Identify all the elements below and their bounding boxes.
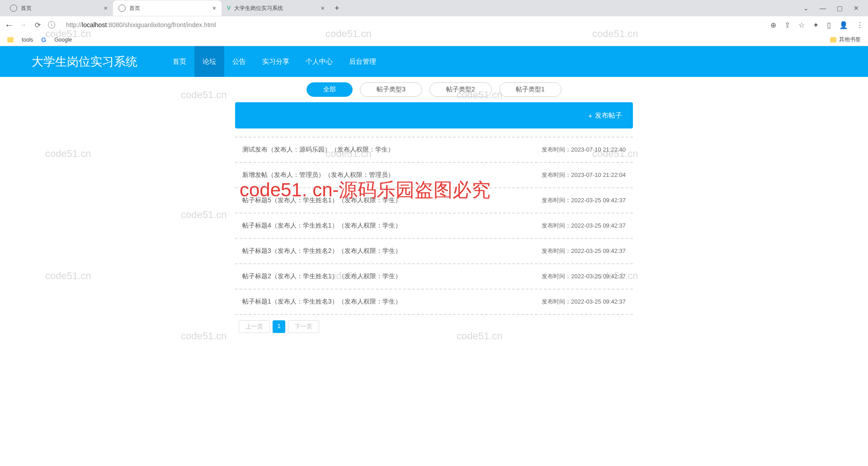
filter-tabs: 全部帖子类型3帖子类型2帖子类型1 bbox=[235, 82, 633, 97]
maximize-icon[interactable]: ▢ bbox=[837, 5, 843, 12]
tab-title: 首页 bbox=[129, 5, 209, 12]
browser-tab[interactable]: 首页 × bbox=[5, 0, 113, 16]
minimize-icon[interactable]: — bbox=[820, 5, 826, 12]
post-row[interactable]: 帖子标题5（发布人：学生姓名1）（发布人权限：学生）发布时间：2022-03-2… bbox=[235, 188, 633, 214]
app-body: 大学生岗位实习系统 首页论坛公告实习分享个人中心后台管理 全部帖子类型3帖子类型… bbox=[0, 46, 868, 466]
tab-title: 首页 bbox=[21, 5, 100, 12]
post-row[interactable]: 新增发帖（发布人：管理员）（发布人权限：管理员）发布时间：2023-07-10 … bbox=[235, 163, 633, 188]
address-bar[interactable]: http://localhost:8080/shixiguanlixitong/… bbox=[61, 18, 764, 32]
post-title: 帖子标题3（发布人：学生姓名2）（发布人权限：学生） bbox=[242, 247, 401, 255]
browser-chrome: 首页 × 首页 × V 大学生岗位实习系统 × + ⌄ — ▢ ✕ ← → ⟳ … bbox=[0, 0, 868, 46]
top-nav: 大学生岗位实习系统 首页论坛公告实习分享个人中心后台管理 bbox=[0, 46, 868, 77]
browser-tab[interactable]: V 大学生岗位实习系统 × bbox=[222, 0, 330, 16]
nav-link-1[interactable]: 论坛 bbox=[194, 46, 224, 77]
page-number[interactable]: 1 bbox=[273, 320, 285, 333]
tab-title: 大学生岗位实习系统 bbox=[234, 5, 317, 12]
post-time: 发布时间：2022-03-25 09:42:37 bbox=[542, 222, 626, 230]
post-row[interactable]: 测试发布（发布人：源码乐园）（发布人权限：学生）发布时间：2023-07-10 … bbox=[235, 137, 633, 163]
url-text: http://localhost:8080/shixiguanlixitong/… bbox=[66, 21, 216, 29]
close-window-icon[interactable]: ✕ bbox=[854, 5, 859, 12]
close-icon[interactable]: × bbox=[104, 5, 108, 12]
window-controls: ⌄ — ▢ ✕ bbox=[803, 5, 868, 12]
bookmarks-bar: tools G Google 其他书签 bbox=[0, 33, 868, 46]
post-title: 帖子标题5（发布人：学生姓名1）（发布人权限：学生） bbox=[242, 196, 401, 204]
folder-icon bbox=[830, 37, 836, 43]
post-time: 发布时间：2022-03-25 09:42:37 bbox=[542, 196, 626, 204]
globe-icon bbox=[10, 5, 17, 12]
globe-icon bbox=[118, 5, 126, 12]
post-time: 发布时间：2022-03-25 09:42:37 bbox=[542, 247, 626, 255]
side-panel-icon[interactable]: ▯ bbox=[827, 21, 831, 29]
pagination: 上一页 1 下一页 bbox=[235, 320, 633, 333]
forward-button[interactable]: → bbox=[19, 21, 27, 29]
filter-tab-3[interactable]: 帖子类型1 bbox=[499, 82, 561, 97]
bookmark-google[interactable]: Google bbox=[54, 37, 72, 43]
post-time: 发布时间：2023-07-10 21:22:40 bbox=[542, 146, 626, 154]
post-list: 测试发布（发布人：源码乐园）（发布人权限：学生）发布时间：2023-07-10 … bbox=[235, 137, 633, 315]
watermark: code51.cn bbox=[181, 209, 227, 221]
filter-tab-2[interactable]: 帖子类型2 bbox=[429, 82, 492, 97]
plus-icon: + bbox=[588, 112, 592, 119]
new-post-button[interactable]: + 发布帖子 bbox=[588, 111, 622, 120]
post-row[interactable]: 帖子标题4（发布人：学生姓名1）（发布人权限：学生）发布时间：2022-03-2… bbox=[235, 214, 633, 239]
close-icon[interactable]: × bbox=[212, 5, 216, 12]
post-row[interactable]: 帖子标题2（发布人：学生姓名1）（发布人权限：学生）发布时间：2022-03-2… bbox=[235, 264, 633, 290]
profile-icon[interactable]: 👤 bbox=[839, 21, 848, 29]
post-time: 发布时间：2023-07-10 21:22:04 bbox=[542, 171, 626, 179]
post-time: 发布时间：2022-03-25 09:42:37 bbox=[542, 272, 626, 281]
post-title: 测试发布（发布人：源码乐园）（发布人权限：学生） bbox=[242, 146, 394, 154]
post-title: 帖子标题2（发布人：学生姓名1）（发布人权限：学生） bbox=[242, 272, 401, 281]
post-row[interactable]: 帖子标题1（发布人：学生姓名3）（发布人权限：学生）发布时间：2022-03-2… bbox=[235, 290, 633, 315]
google-icon: G bbox=[41, 36, 46, 43]
star-icon[interactable]: ☆ bbox=[798, 21, 805, 29]
filter-tab-1[interactable]: 帖子类型3 bbox=[360, 82, 422, 97]
close-icon[interactable]: × bbox=[321, 5, 325, 12]
vue-icon: V bbox=[227, 5, 231, 11]
post-row[interactable]: 帖子标题3（发布人：学生姓名2）（发布人权限：学生）发布时间：2022-03-2… bbox=[235, 239, 633, 264]
reload-button[interactable]: ⟳ bbox=[33, 21, 42, 29]
watermark: code51.cn bbox=[45, 148, 91, 160]
back-button[interactable]: ← bbox=[5, 20, 13, 30]
prev-page-button[interactable]: 上一页 bbox=[239, 320, 270, 333]
main-content: 全部帖子类型3帖子类型2帖子类型1 + 发布帖子 测试发布（发布人：源码乐园）（… bbox=[235, 82, 633, 333]
folder-icon bbox=[7, 37, 14, 43]
chevron-down-icon[interactable]: ⌄ bbox=[803, 5, 809, 12]
menu-icon[interactable]: ⋮ bbox=[856, 21, 863, 29]
tab-strip: 首页 × 首页 × V 大学生岗位实习系统 × + ⌄ — ▢ ✕ bbox=[0, 0, 868, 16]
browser-tab[interactable]: 首页 × bbox=[113, 0, 222, 16]
nav-link-0[interactable]: 首页 bbox=[165, 46, 194, 77]
action-bar: + 发布帖子 bbox=[235, 102, 633, 128]
next-page-button[interactable]: 下一页 bbox=[288, 320, 319, 333]
nav-link-2[interactable]: 公告 bbox=[224, 46, 254, 77]
zoom-icon[interactable]: ⊕ bbox=[770, 21, 776, 29]
nav-link-5[interactable]: 后台管理 bbox=[341, 46, 384, 77]
post-time: 发布时间：2022-03-25 09:42:37 bbox=[542, 298, 626, 306]
extensions-icon[interactable]: ✦ bbox=[813, 21, 819, 29]
bookmark-tools[interactable]: tools bbox=[22, 37, 33, 43]
share-icon[interactable]: ⇪ bbox=[784, 21, 790, 29]
watermark: code51.cn bbox=[181, 330, 227, 342]
new-tab-button[interactable]: + bbox=[330, 4, 344, 13]
brand-title: 大学生岗位实习系统 bbox=[32, 54, 137, 70]
browser-toolbar: ← → ⟳ i http://localhost:8080/shixiguanl… bbox=[0, 16, 868, 33]
watermark: code51.cn bbox=[181, 89, 227, 101]
watermark: code51.cn bbox=[45, 270, 91, 282]
post-title: 帖子标题1（发布人：学生姓名3）（发布人权限：学生） bbox=[242, 298, 401, 306]
post-title: 新增发帖（发布人：管理员）（发布人权限：管理员） bbox=[242, 171, 394, 179]
nav-link-4[interactable]: 个人中心 bbox=[297, 46, 341, 77]
nav-link-3[interactable]: 实习分享 bbox=[254, 46, 297, 77]
post-title: 帖子标题4（发布人：学生姓名1）（发布人权限：学生） bbox=[242, 222, 401, 230]
new-post-label: 发布帖子 bbox=[595, 111, 622, 120]
filter-tab-0[interactable]: 全部 bbox=[307, 82, 353, 97]
bookmark-other[interactable]: 其他书签 bbox=[839, 36, 861, 43]
info-icon[interactable]: i bbox=[48, 21, 55, 29]
